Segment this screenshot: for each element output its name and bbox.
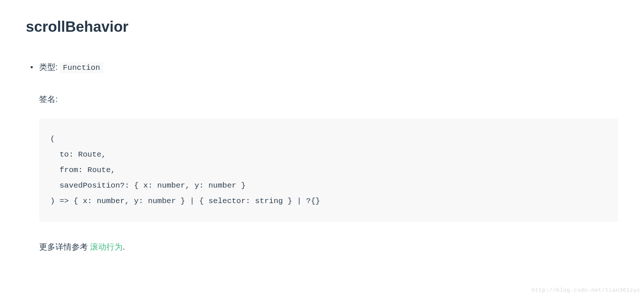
list-item: 类型: Function 签名: ( to: Route, from: Rout… — [39, 61, 618, 253]
type-line: 类型: Function — [39, 61, 618, 74]
scroll-behavior-link[interactable]: 滚动行为 — [90, 242, 123, 251]
type-value-code: Function — [60, 62, 103, 73]
section-heading: scrollBehavior — [26, 15, 618, 38]
more-info-line: 更多详情参考 滚动行为. — [39, 240, 618, 253]
more-info-suffix: . — [123, 242, 125, 251]
signature-label: 签名: — [39, 93, 618, 106]
code-content: ( to: Route, from: Route, savedPosition?… — [50, 135, 320, 205]
content-list: 类型: Function 签名: ( to: Route, from: Rout… — [26, 61, 618, 253]
more-info-prefix: 更多详情参考 — [39, 242, 90, 251]
type-label: 类型: — [39, 62, 60, 72]
code-block: ( to: Route, from: Route, savedPosition?… — [39, 119, 618, 222]
